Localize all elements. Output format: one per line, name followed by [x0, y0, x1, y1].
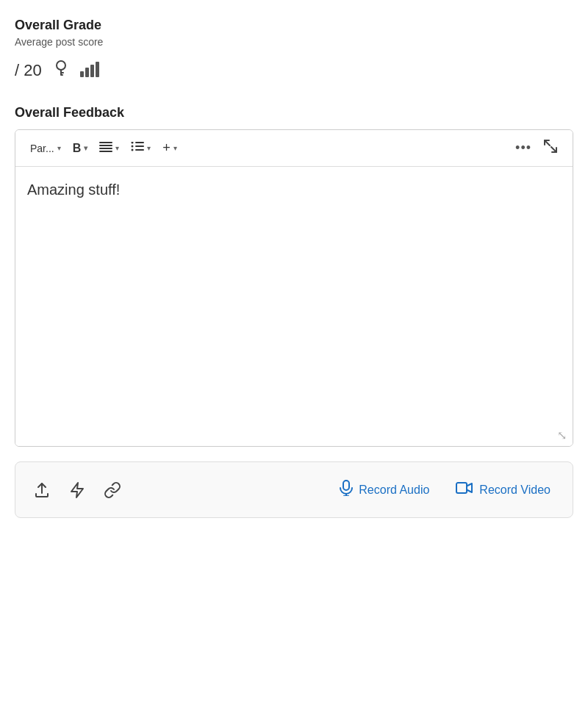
overall-grade-title: Overall Grade — [15, 18, 573, 33]
link-button[interactable] — [101, 478, 124, 502]
grade-score: / 20 — [15, 61, 42, 80]
bold-label: B — [73, 142, 82, 155]
svg-line-18 — [545, 140, 550, 145]
resize-handle[interactable]: ⤡ — [557, 430, 567, 442]
upload-button[interactable] — [30, 478, 54, 502]
svg-rect-4 — [80, 71, 84, 77]
svg-rect-10 — [99, 148, 112, 149]
record-video-label: Record Video — [479, 483, 551, 497]
feedback-editor[interactable]: Par... ▾ B ▾ ▾ — [15, 129, 573, 447]
svg-rect-9 — [99, 145, 112, 146]
svg-rect-5 — [85, 68, 89, 77]
key-icon — [54, 60, 68, 82]
microphone-icon — [340, 480, 353, 500]
chart-icon — [80, 61, 99, 80]
list-button[interactable]: ▾ — [125, 139, 157, 158]
plus-chevron-icon: ▾ — [173, 144, 177, 152]
bold-button[interactable]: B ▾ — [67, 139, 94, 158]
svg-rect-2 — [60, 72, 64, 73]
overall-feedback-section: Overall Feedback Par... ▾ B ▾ — [15, 105, 573, 447]
list-chevron-icon: ▾ — [147, 144, 151, 152]
more-button[interactable]: ••• — [509, 137, 537, 159]
editor-toolbar: Par... ▾ B ▾ ▾ — [15, 130, 573, 167]
svg-rect-3 — [60, 74, 63, 76]
paragraph-label: Par... — [30, 143, 54, 154]
paragraph-style-button[interactable]: Par... ▾ — [24, 140, 67, 157]
overall-grade-section: Overall Grade Average post score / 20 — [15, 18, 573, 82]
video-camera-icon — [456, 481, 473, 498]
svg-point-0 — [57, 61, 65, 70]
feedback-text: Amazing stuff! — [27, 181, 561, 198]
bold-chevron-icon: ▾ — [84, 144, 87, 152]
svg-rect-7 — [96, 62, 99, 77]
align-chevron-icon: ▾ — [115, 144, 119, 152]
svg-rect-17 — [135, 149, 144, 151]
svg-rect-8 — [99, 142, 112, 143]
expand-button[interactable] — [537, 136, 564, 160]
expand-icon — [543, 142, 558, 157]
svg-line-19 — [551, 147, 556, 152]
insert-button[interactable]: + ▾ — [157, 137, 183, 159]
record-audio-button[interactable]: Record Audio — [332, 475, 437, 504]
svg-rect-15 — [135, 145, 144, 147]
list-icon — [131, 142, 144, 155]
grade-row: / 20 — [15, 60, 573, 82]
svg-rect-23 — [456, 483, 467, 493]
svg-rect-6 — [90, 65, 94, 77]
svg-rect-11 — [99, 151, 112, 152]
paragraph-chevron-icon: ▾ — [57, 144, 61, 152]
align-icon — [99, 142, 112, 155]
plus-label: + — [162, 140, 171, 156]
record-audio-label: Record Audio — [359, 483, 429, 497]
svg-point-14 — [132, 145, 134, 147]
overall-feedback-title: Overall Feedback — [15, 105, 573, 121]
svg-rect-13 — [135, 142, 144, 143]
svg-rect-20 — [343, 481, 349, 490]
editor-content-area[interactable]: Amazing stuff! ⤡ — [15, 167, 573, 446]
svg-point-12 — [132, 142, 134, 144]
lightning-button[interactable] — [65, 478, 89, 502]
align-button[interactable]: ▾ — [93, 139, 125, 158]
average-post-score-label: Average post score — [15, 36, 573, 48]
record-video-button[interactable]: Record Video — [448, 477, 558, 503]
bottom-toolbar: Record Audio Record Video — [15, 461, 573, 518]
svg-point-16 — [132, 148, 134, 151]
more-label: ••• — [515, 140, 531, 155]
